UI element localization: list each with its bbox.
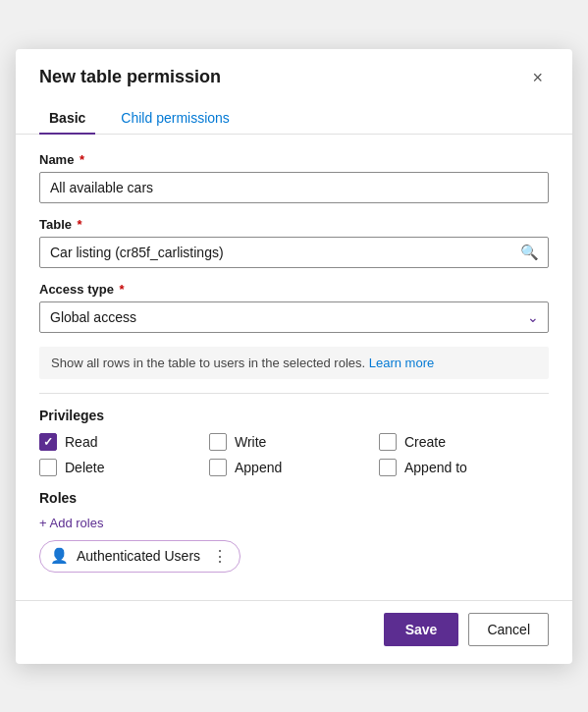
privileges-label: Privileges	[39, 408, 549, 423]
checkbox-delete-box	[39, 459, 57, 476]
role-chip-label: Authenticated Users	[77, 548, 200, 564]
modal-title: New table permission	[39, 67, 221, 87]
checkbox-write[interactable]: Write	[209, 433, 379, 451]
checkbox-append-to-label: Append to	[404, 460, 467, 475]
tab-child-permissions[interactable]: Child permissions	[111, 102, 239, 134]
checkbox-delete[interactable]: Delete	[39, 459, 209, 476]
checkbox-append-to-box	[379, 459, 397, 476]
access-type-select[interactable]: Global access Local access Basic access …	[39, 301, 549, 333]
cancel-button[interactable]: Cancel	[468, 613, 549, 646]
access-type-label: Access type *	[39, 282, 549, 297]
role-chip-more-icon[interactable]: ⋮	[212, 547, 228, 566]
checkbox-read-label: Read	[65, 434, 97, 450]
roles-section: Roles + Add roles 👤 Authenticated Users …	[39, 490, 549, 573]
user-icon: 👤	[50, 547, 69, 565]
name-field-group: Name *	[39, 152, 549, 203]
learn-more-link[interactable]: Learn more	[369, 356, 434, 370]
search-icon: 🔍	[520, 244, 539, 261]
checkbox-delete-label: Delete	[65, 460, 104, 475]
roles-chips: 👤 Authenticated Users ⋮	[39, 540, 549, 573]
role-chip-authenticated-users: 👤 Authenticated Users ⋮	[39, 540, 241, 573]
close-button[interactable]: ×	[526, 67, 549, 88]
name-label: Name *	[39, 152, 549, 167]
access-type-select-wrap: Global access Local access Basic access …	[39, 301, 549, 333]
checkbox-append-label: Append	[235, 460, 282, 475]
checkbox-append[interactable]: Append	[209, 459, 379, 476]
modal-footer: Save Cancel	[16, 600, 572, 664]
checkbox-write-label: Write	[235, 434, 266, 450]
checkbox-create-box	[379, 433, 397, 451]
add-roles-button[interactable]: + Add roles	[39, 516, 103, 530]
tab-basic[interactable]: Basic	[39, 102, 95, 134]
checkbox-create[interactable]: Create	[379, 433, 549, 451]
table-field-group: Table * 🔍	[39, 217, 549, 268]
checkbox-create-label: Create	[404, 434, 446, 450]
save-button[interactable]: Save	[384, 613, 459, 646]
modal-header: New table permission ×	[16, 49, 572, 98]
roles-label: Roles	[39, 490, 549, 506]
checkbox-append-to[interactable]: Append to	[379, 459, 549, 476]
table-label: Table *	[39, 217, 549, 232]
checkbox-read-box	[39, 433, 57, 451]
checkbox-read[interactable]: Read	[39, 433, 209, 451]
modal-body: Name * Table * 🔍 Access type * Global ac…	[16, 135, 572, 596]
new-table-permission-modal: New table permission × Basic Child permi…	[16, 49, 572, 664]
tab-bar: Basic Child permissions	[16, 102, 572, 135]
checkboxes-grid: Read Write Create Delete Append	[39, 433, 549, 476]
checkbox-append-box	[209, 459, 227, 476]
info-box: Show all rows in the table to users in t…	[39, 347, 549, 379]
name-input[interactable]	[39, 172, 549, 203]
access-type-field-group: Access type * Global access Local access…	[39, 282, 549, 333]
table-input[interactable]	[39, 237, 549, 268]
table-input-wrap: 🔍	[39, 237, 549, 268]
divider	[39, 393, 549, 394]
checkbox-write-box	[209, 433, 227, 451]
privileges-section: Privileges Read Write Create Delete	[39, 408, 549, 476]
